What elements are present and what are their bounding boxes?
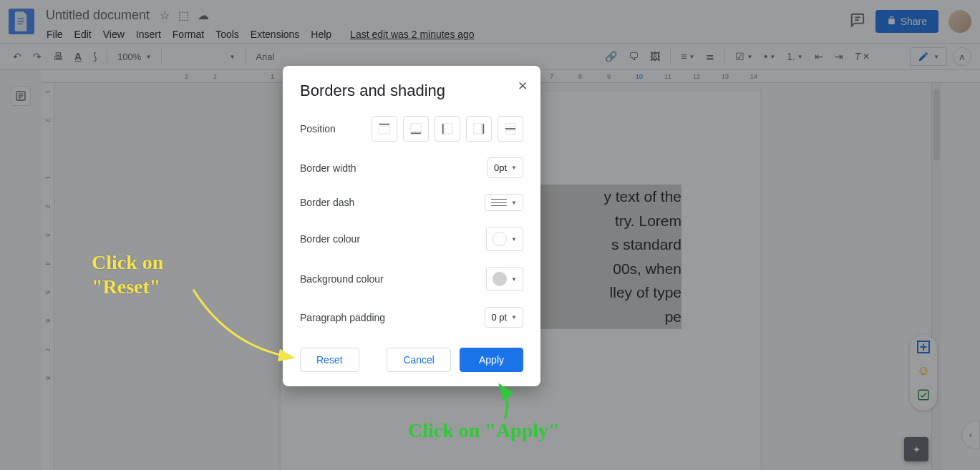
background-colour-dropdown[interactable]: ▼ bbox=[486, 267, 523, 291]
paragraph-padding-label: Paragraph padding bbox=[300, 312, 385, 323]
border-width-dropdown[interactable]: 0pt▼ bbox=[487, 157, 523, 178]
svg-rect-18 bbox=[505, 128, 515, 129]
apply-button[interactable]: Apply bbox=[460, 348, 523, 372]
svg-rect-10 bbox=[379, 124, 389, 125]
svg-rect-16 bbox=[482, 124, 484, 134]
cancel-button[interactable]: Cancel bbox=[387, 348, 451, 372]
svg-rect-17 bbox=[474, 124, 482, 134]
border-top-button[interactable] bbox=[372, 116, 397, 142]
svg-rect-20 bbox=[505, 131, 515, 134]
dialog-title: Borders and shading bbox=[300, 82, 523, 100]
svg-rect-19 bbox=[505, 124, 515, 127]
border-dash-dropdown[interactable]: ▼ bbox=[485, 194, 523, 211]
close-icon[interactable]: ✕ bbox=[518, 79, 528, 94]
background-colour-label: Background colour bbox=[300, 273, 384, 285]
borders-shading-dialog: Borders and shading ✕ Position Border wi… bbox=[283, 66, 540, 386]
border-colour-label: Border colour bbox=[300, 233, 360, 245]
reset-button[interactable]: Reset bbox=[300, 348, 359, 372]
border-between-button[interactable] bbox=[498, 116, 523, 142]
svg-rect-14 bbox=[442, 124, 444, 134]
border-dash-label: Border dash bbox=[300, 197, 354, 208]
border-left-button[interactable] bbox=[435, 116, 460, 142]
border-bottom-button[interactable] bbox=[403, 116, 429, 142]
svg-rect-13 bbox=[411, 124, 421, 132]
border-colour-dropdown[interactable]: ▼ bbox=[486, 227, 523, 251]
border-right-button[interactable] bbox=[466, 116, 492, 142]
border-width-label: Border width bbox=[300, 162, 356, 174]
svg-rect-15 bbox=[445, 124, 452, 134]
paragraph-padding-dropdown[interactable]: 0 pt▼ bbox=[485, 307, 523, 328]
svg-rect-12 bbox=[411, 132, 421, 134]
svg-rect-11 bbox=[379, 126, 389, 134]
position-label: Position bbox=[300, 123, 336, 134]
